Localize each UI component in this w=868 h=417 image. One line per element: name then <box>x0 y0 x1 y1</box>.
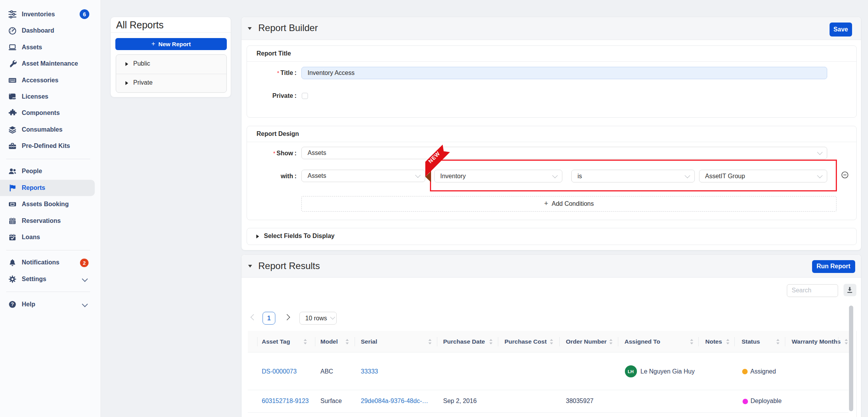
svg-text:?: ? <box>11 301 14 307</box>
